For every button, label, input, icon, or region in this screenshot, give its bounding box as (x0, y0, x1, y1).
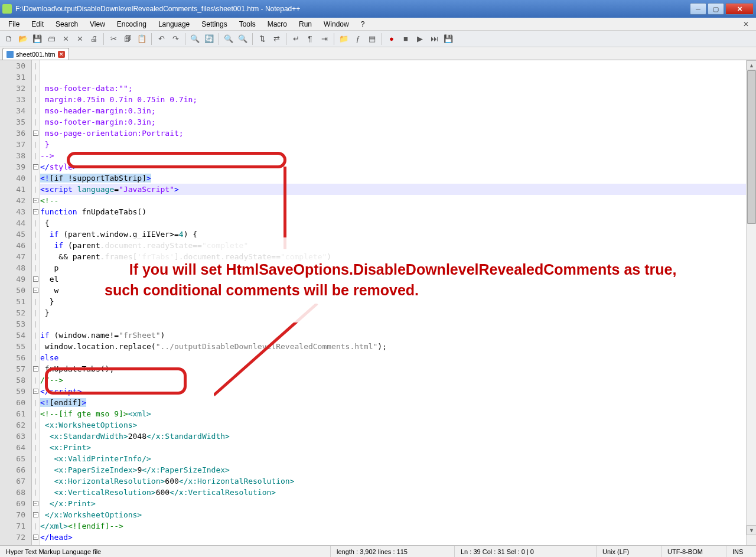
record-icon[interactable]: ● (385, 32, 398, 45)
saveall-icon[interactable]: 🗃 (45, 32, 58, 45)
redo-icon[interactable]: ↷ (169, 32, 182, 45)
save-icon[interactable]: 💾 (31, 32, 44, 45)
status-mode[interactable]: INS (726, 546, 756, 557)
close-icon[interactable]: ⨯ (59, 32, 72, 45)
scroll-down-icon[interactable]: ▼ (747, 525, 756, 535)
tab-label: sheet001.htm (16, 51, 56, 58)
menu-edit[interactable]: Edit (25, 19, 50, 30)
funclist-icon[interactable]: ƒ (351, 32, 364, 45)
paste-icon[interactable]: 📋 (135, 32, 148, 45)
allchars-icon[interactable]: ¶ (304, 32, 317, 45)
line-numbers: 3031323334353637383940414243444546474849… (0, 60, 32, 545)
menu-run[interactable]: Run (293, 19, 318, 30)
window-title: F:\Download\outputDisableDownlevelReveal… (15, 5, 690, 13)
tabbar: sheet001.htm ✕ (0, 47, 756, 60)
file-tab[interactable]: sheet001.htm ✕ (2, 48, 69, 60)
sync-h-icon[interactable]: ⇄ (270, 32, 283, 45)
tab-close-icon[interactable]: ✕ (58, 51, 65, 58)
zoomout-icon[interactable]: 🔍 (236, 32, 249, 45)
scrollbar-vertical[interactable]: ▲ ▼ (746, 60, 756, 545)
docmap-icon[interactable]: ▤ (366, 32, 379, 45)
menubar: File Edit Search View Encoding Language … (0, 18, 756, 31)
menu-macro[interactable]: Macro (262, 19, 293, 30)
scroll-thumb[interactable] (747, 70, 756, 224)
folder-icon[interactable]: 📁 (337, 32, 350, 45)
new-icon[interactable]: 🗋 (2, 32, 15, 45)
playmulti-icon[interactable]: ⏭ (428, 32, 441, 45)
minimize-button[interactable]: ─ (690, 3, 706, 15)
status-position: Ln : 39 Col : 31 Sel : 0 | 0 (455, 546, 597, 557)
menu-view[interactable]: View (84, 19, 111, 30)
print-icon[interactable]: 🖨 (87, 32, 100, 45)
close-button[interactable]: ✕ (725, 3, 754, 15)
status-length: length : 3,902 lines : 115 (331, 546, 455, 557)
scroll-up-icon[interactable]: ▲ (747, 60, 756, 70)
titlebar: F:\Download\outputDisableDownlevelReveal… (0, 0, 756, 18)
copy-icon[interactable]: 🗐 (121, 32, 134, 45)
replace-icon[interactable]: 🔄 (203, 32, 216, 45)
maximize-button[interactable]: ▢ (708, 3, 724, 15)
status-filetype: Hyper Text Markup Language file (0, 546, 331, 557)
stop-icon[interactable]: ■ (399, 32, 412, 45)
undo-icon[interactable]: ↶ (155, 32, 168, 45)
menu-language[interactable]: Language (152, 19, 195, 30)
open-icon[interactable]: 📂 (17, 32, 30, 45)
closeall-icon[interactable]: ⨯ (73, 32, 86, 45)
toolbar: 🗋 📂 💾 🗃 ⨯ ⨯ 🖨 ✂ 🗐 📋 ↶ ↷ 🔍 🔄 🔍 🔍 ⇅ ⇄ ↵ ¶ … (0, 31, 756, 47)
play-icon[interactable]: ▶ (413, 32, 426, 45)
tab-close-x[interactable]: ✕ (738, 20, 754, 28)
menu-search[interactable]: Search (50, 19, 84, 30)
code-area[interactable]: mso-footer-data:""; margin:0.75in 0.7in … (40, 60, 756, 545)
statusbar: Hyper Text Markup Language file length :… (0, 545, 756, 557)
indent-icon[interactable]: ⇥ (318, 32, 331, 45)
status-encoding[interactable]: UTF-8-BOM (662, 546, 726, 557)
editor[interactable]: 3031323334353637383940414243444546474849… (0, 60, 756, 545)
menu-tools[interactable]: Tools (233, 19, 262, 30)
find-icon[interactable]: 🔍 (188, 32, 201, 45)
cut-icon[interactable]: ✂ (107, 32, 120, 45)
zoomin-icon[interactable]: 🔍 (222, 32, 235, 45)
menu-help[interactable]: ? (355, 19, 371, 30)
menu-file[interactable]: File (2, 19, 25, 30)
menu-window[interactable]: Window (318, 19, 355, 30)
menu-settings[interactable]: Settings (195, 19, 233, 30)
sync-v-icon[interactable]: ⇅ (256, 32, 269, 45)
fold-margin[interactable]: ||||||−||−||−−|||||−−||||||−|−|||||||||−… (32, 60, 40, 545)
app-icon (2, 4, 12, 14)
file-icon (6, 51, 14, 58)
savemacro-icon[interactable]: 💾 (442, 32, 455, 45)
status-eol[interactable]: Unix (LF) (597, 546, 662, 557)
menu-encoding[interactable]: Encoding (111, 19, 152, 30)
wordwrap-icon[interactable]: ↵ (289, 32, 302, 45)
